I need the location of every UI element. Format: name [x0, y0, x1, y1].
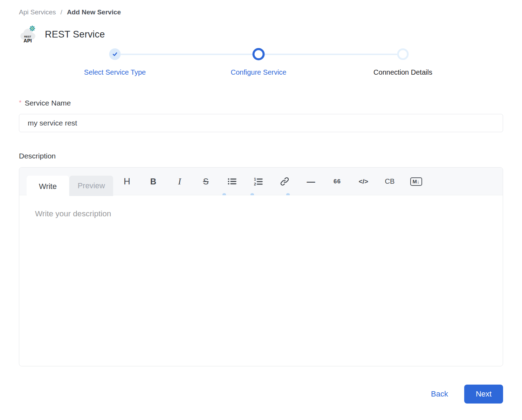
step-3-label[interactable]: Connection Details [373, 68, 432, 76]
page-header: REST API REST Service [19, 25, 503, 44]
breadcrumb: Api Services / Add New Service [19, 8, 503, 16]
code-block-icon: CB [385, 177, 395, 185]
horizontal-rule-button[interactable]: — [298, 173, 324, 190]
rest-api-cloud-icon: REST API [19, 25, 36, 44]
horizontal-rule-icon: — [307, 177, 315, 187]
quote-button[interactable]: 66 [324, 173, 350, 190]
stepper-line-2 [265, 54, 397, 55]
toolbar-buttons: H B I S [114, 168, 429, 195]
code-button[interactable]: </> [350, 173, 377, 190]
bold-icon: B [150, 177, 156, 187]
markdown-button[interactable]: M↓ [403, 173, 429, 190]
svg-text:2: 2 [254, 182, 256, 186]
service-name-input[interactable] [19, 114, 503, 132]
ordered-list-icon: 1 2 [254, 177, 263, 186]
unordered-list-button[interactable] [219, 173, 245, 190]
stepper-line-1 [121, 54, 253, 55]
breadcrumb-api-services[interactable]: Api Services [19, 8, 56, 16]
required-marker: * [19, 99, 21, 106]
breadcrumb-current: Add New Service [67, 8, 121, 16]
wizard-stepper: Select Service Type Configure Service Co… [19, 48, 503, 88]
page-title: REST Service [45, 29, 105, 40]
gear-icon [29, 26, 35, 31]
description-textarea[interactable] [19, 195, 503, 366]
icon-label-api: API [23, 38, 32, 43]
tab-write[interactable]: Write [27, 176, 69, 197]
markdown-icon: M↓ [410, 177, 422, 186]
heading-button[interactable]: H [114, 173, 140, 190]
service-name-label-text: Service Name [25, 99, 71, 107]
service-name-label: *Service Name [19, 99, 503, 107]
heading-icon: H [124, 176, 130, 187]
ordered-list-button[interactable]: 1 2 [245, 173, 272, 190]
step-1-label[interactable]: Select Service Type [84, 68, 146, 76]
step-2-label[interactable]: Configure Service [231, 68, 287, 76]
add-service-page: Api Services / Add New Service REST [0, 0, 522, 404]
next-button[interactable]: Next [464, 385, 503, 404]
tab-preview[interactable]: Preview [69, 176, 113, 196]
step-1-indicator[interactable] [109, 48, 121, 60]
back-button[interactable]: Back [431, 389, 448, 399]
italic-icon: I [178, 176, 181, 187]
svg-text:1: 1 [254, 177, 256, 181]
strikethrough-button[interactable]: S [193, 173, 219, 190]
link-button[interactable] [272, 173, 298, 190]
unordered-list-icon [227, 177, 237, 186]
description-field: Description Write Preview H B I S [19, 152, 503, 366]
breadcrumb-separator: / [61, 8, 62, 16]
description-label: Description [19, 152, 503, 160]
step-3-indicator[interactable] [397, 48, 409, 60]
italic-button[interactable]: I [166, 173, 193, 190]
code-icon: </> [359, 178, 368, 185]
link-icon [280, 177, 289, 186]
code-block-button[interactable]: CB [377, 173, 403, 190]
editor-write-area [19, 195, 503, 366]
markdown-editor: Write Preview H B I S [19, 167, 503, 366]
service-name-field: *Service Name [19, 99, 503, 132]
step-2-indicator[interactable] [253, 48, 265, 60]
strikethrough-icon: S [203, 177, 208, 187]
quote-icon: 66 [334, 178, 341, 185]
editor-toolbar: Write Preview H B I S [19, 168, 503, 195]
wizard-footer: Back Next [19, 385, 503, 404]
bold-button[interactable]: B [140, 173, 166, 190]
check-icon [112, 51, 118, 57]
